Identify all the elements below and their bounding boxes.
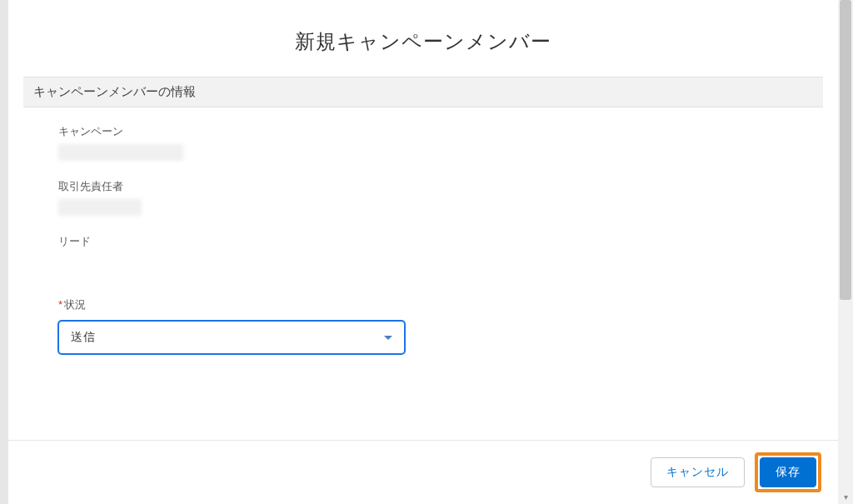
save-button-highlight: 保存 (755, 452, 821, 492)
status-label: 状況 (64, 298, 86, 311)
cancel-button[interactable]: キャンセル (651, 457, 745, 487)
campaign-label: キャンペーン (58, 124, 798, 139)
vertical-scrollbar-thumb[interactable] (840, 0, 851, 300)
status-label-row: *状況 (58, 297, 798, 312)
left-background-strip (0, 0, 8, 504)
status-select[interactable]: 送信 (58, 321, 405, 354)
campaign-value-redacted (58, 144, 183, 161)
contact-value-redacted (58, 199, 142, 216)
modal-footer: キャンセル 保存 (8, 440, 838, 504)
section-header: キャンペーンメンバーの情報 (23, 77, 823, 107)
status-select-value: 送信 (71, 330, 96, 345)
required-asterisk: * (58, 298, 62, 311)
vertical-scrollbar-track[interactable]: ▾ (838, 0, 853, 504)
save-button[interactable]: 保存 (760, 457, 816, 487)
status-select-wrap: 送信 (58, 321, 798, 354)
form-body: キャンペーン 取引先責任者 リード *状況 送信 (23, 107, 823, 354)
lead-label: リード (58, 234, 798, 249)
lead-value-empty (58, 249, 798, 286)
scrollbar-down-arrow-icon[interactable]: ▾ (838, 489, 853, 504)
contact-label: 取引先責任者 (58, 179, 798, 194)
chevron-down-icon (384, 336, 392, 340)
modal-title: 新規キャンペーンメンバー (8, 0, 838, 77)
modal-content: キャンペーンメンバーの情報 キャンペーン 取引先責任者 リード *状況 送信 (8, 77, 838, 440)
new-campaign-member-modal: 新規キャンペーンメンバー キャンペーンメンバーの情報 キャンペーン 取引先責任者… (8, 0, 838, 504)
